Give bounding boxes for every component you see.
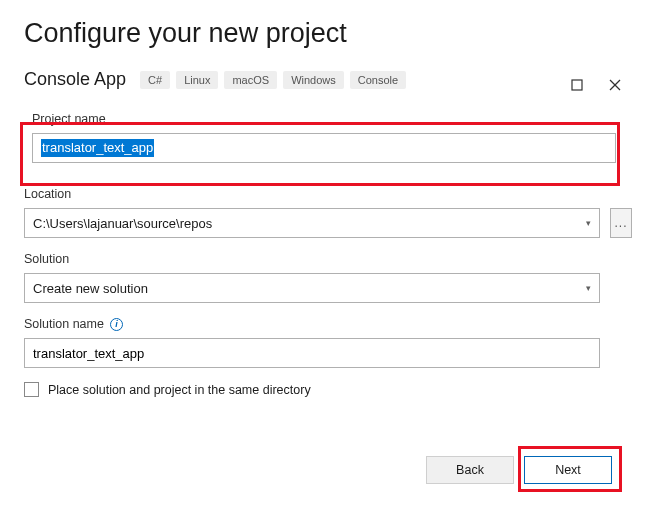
chevron-down-icon: ▾ [586,283,591,293]
next-button[interactable]: Next [524,456,612,484]
solution-label: Solution [24,252,632,266]
project-name-input[interactable] [32,133,616,163]
location-combo[interactable]: C:\Users\lajanuar\source\repos ▾ [24,208,600,238]
page-title: Configure your new project [24,18,632,49]
location-label: Location [24,187,632,201]
solution-value: Create new solution [33,281,148,296]
project-name-label: Project name [32,112,612,126]
project-type-subtitle: Console App [24,69,126,90]
tag-item: macOS [224,71,277,89]
same-directory-label: Place solution and project in the same d… [48,383,311,397]
location-value: C:\Users\lajanuar\source\repos [33,216,212,231]
tag-item: Console [350,71,406,89]
solution-name-label: Solution name [24,317,104,331]
back-button[interactable]: Back [426,456,514,484]
svg-rect-0 [572,80,582,90]
solution-name-input[interactable] [24,338,600,368]
same-directory-checkbox[interactable] [24,382,39,397]
info-icon[interactable]: i [110,318,123,331]
solution-combo[interactable]: Create new solution ▾ [24,273,600,303]
tag-item: Windows [283,71,344,89]
tag-item: C# [140,71,170,89]
tag-item: Linux [176,71,218,89]
maximize-icon[interactable] [570,78,584,92]
close-icon[interactable] [608,78,622,92]
tag-list: C# Linux macOS Windows Console [140,71,406,89]
browse-button[interactable]: ... [610,208,632,238]
chevron-down-icon: ▾ [586,218,591,228]
